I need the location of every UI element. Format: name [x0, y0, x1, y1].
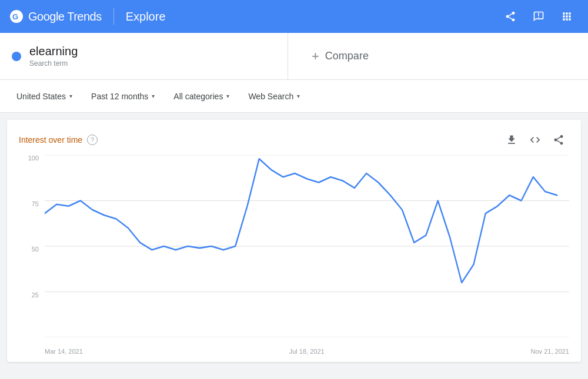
y-label-25: 25 — [19, 292, 42, 298]
search-term-box: elearning Search term — [0, 33, 288, 79]
compare-plus-icon: + — [312, 49, 319, 64]
chart-header: Interest over time ? — [19, 129, 569, 150]
region-label: United States — [16, 92, 66, 101]
chart-svg — [45, 155, 569, 337]
share-chart-button[interactable] — [548, 129, 569, 150]
time-range-label: Past 12 months — [91, 92, 148, 101]
category-filter[interactable]: All categories ▾ — [166, 88, 236, 105]
filters-row: United States ▾ Past 12 months ▾ All cat… — [0, 80, 588, 113]
search-dot — [12, 52, 21, 61]
code-icon — [529, 134, 541, 146]
trend-line — [45, 159, 557, 283]
search-term-name: elearning — [29, 45, 78, 58]
header-icons — [499, 5, 579, 28]
share-button[interactable] — [499, 5, 522, 28]
category-label: All categories — [173, 92, 223, 101]
share-chart-icon — [553, 134, 564, 146]
y-label-75: 75 — [19, 201, 42, 207]
search-row: elearning Search term + Compare — [0, 33, 588, 80]
app-title: Google Trends — [28, 10, 102, 24]
header-divider — [113, 8, 114, 25]
chart-container: 25 50 75 100 Mar 14, 2021 Jul 18, 2021 N… — [19, 155, 569, 355]
y-label-50: 50 — [19, 246, 42, 253]
y-axis-labels: 25 50 75 100 — [19, 155, 42, 337]
explore-label: Explore — [126, 10, 166, 24]
search-term-info: elearning Search term — [29, 45, 78, 68]
time-range-filter[interactable]: Past 12 months ▾ — [84, 88, 162, 105]
search-type-label: Web Search — [248, 92, 293, 101]
svg-text:G: G — [12, 12, 18, 21]
region-chevron-icon: ▾ — [69, 93, 72, 99]
search-type-filter[interactable]: Web Search ▾ — [241, 88, 307, 105]
google-logo-icon: G — [9, 9, 24, 24]
apps-icon — [561, 11, 573, 22]
header: G Google Trends Explore — [0, 0, 588, 33]
share-icon — [505, 11, 516, 22]
chart-actions — [501, 129, 569, 150]
chart-title-row: Interest over time ? — [19, 135, 98, 145]
compare-label: Compare — [325, 50, 369, 62]
feedback-button[interactable] — [527, 5, 550, 28]
x-label-nov: Nov 21, 2021 — [531, 348, 569, 355]
x-label-mar: Mar 14, 2021 — [45, 348, 83, 355]
search-term-type: Search term — [29, 59, 78, 68]
chart-title: Interest over time — [19, 135, 82, 145]
region-filter[interactable]: United States ▾ — [9, 88, 79, 105]
x-axis-labels: Mar 14, 2021 Jul 18, 2021 Nov 21, 2021 — [45, 338, 569, 355]
compare-box[interactable]: + Compare — [288, 33, 588, 79]
category-chevron-icon: ▾ — [226, 93, 229, 99]
chart-section: Interest over time ? — [7, 120, 581, 362]
embed-button[interactable] — [524, 129, 546, 150]
feedback-icon — [533, 11, 544, 22]
y-label-100: 100 — [19, 155, 42, 162]
help-icon[interactable]: ? — [87, 135, 98, 145]
download-icon — [506, 134, 517, 146]
apps-button[interactable] — [555, 5, 579, 28]
download-button[interactable] — [501, 129, 522, 150]
logo: G Google Trends — [9, 9, 102, 24]
search-type-chevron-icon: ▾ — [297, 93, 300, 99]
x-label-jul: Jul 18, 2021 — [289, 348, 325, 355]
time-chevron-icon: ▾ — [152, 93, 155, 99]
